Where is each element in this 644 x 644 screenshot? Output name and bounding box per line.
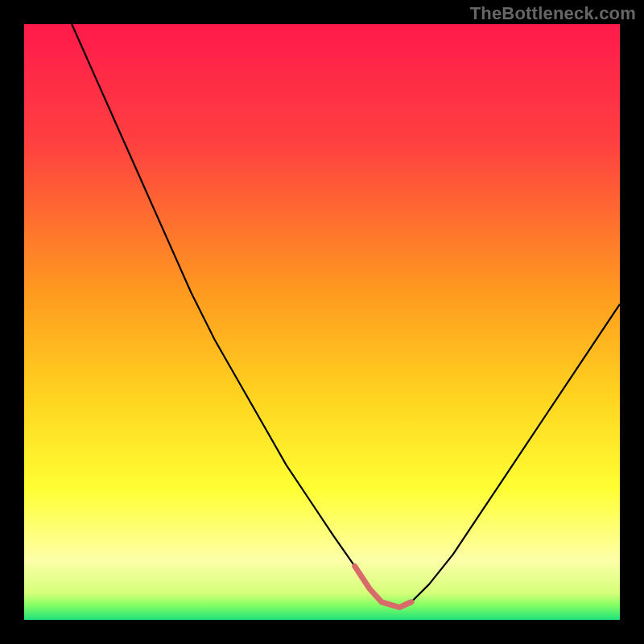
- chart-svg: [24, 24, 620, 620]
- attribution-text: TheBottleneck.com: [470, 3, 636, 24]
- chart-frame: TheBottleneck.com: [0, 0, 644, 644]
- chart-plot-area: [24, 24, 620, 620]
- gradient-background: [24, 24, 620, 620]
